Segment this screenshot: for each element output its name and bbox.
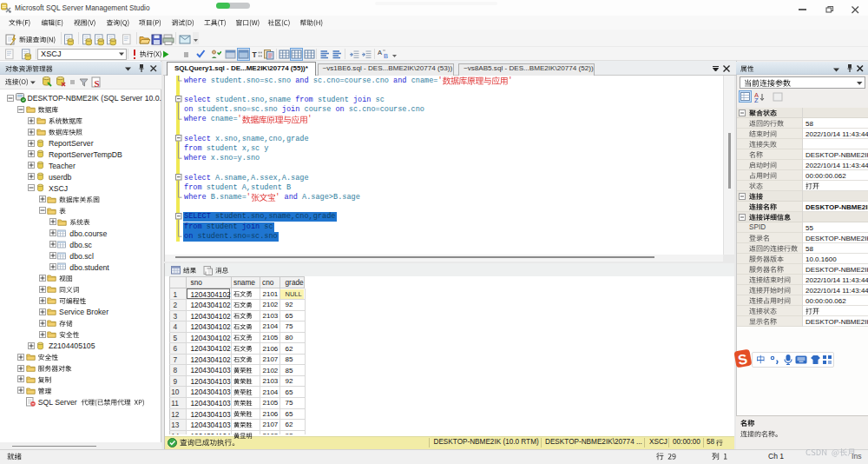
svg-text:T: T xyxy=(253,50,258,58)
svg-text:A: A xyxy=(378,49,382,56)
svg-text:S: S xyxy=(95,78,100,89)
svg-text:Z: Z xyxy=(754,96,759,103)
svg-text:B: B xyxy=(384,52,388,60)
